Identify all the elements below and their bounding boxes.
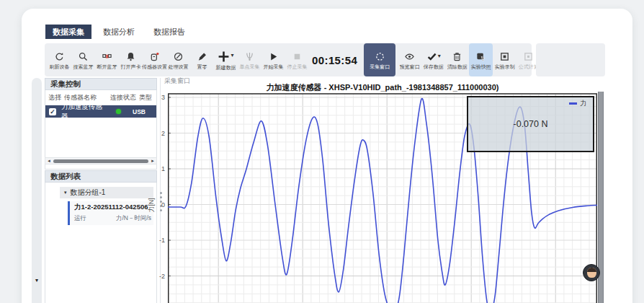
data-run-title: 力1-2-20251112-042506 <box>74 203 151 212</box>
y-tick-1: 1 <box>153 165 165 172</box>
button-label: 单点采集 <box>240 64 260 69</box>
plus-icon <box>218 50 230 63</box>
tree-expand-icon[interactable]: ▾ <box>64 190 67 196</box>
data-list-panel: ▾ 数据分组-1 力1-2-20251112-042506 运行 力/N－时间/… <box>45 183 157 303</box>
button-label: 预览窗口 <box>400 64 420 69</box>
main-tabbar: 数据采集 数据分析 数据报告 <box>45 25 192 39</box>
single-point-button[interactable]: 单点采集 <box>238 45 261 75</box>
caret-down-icon[interactable]: ▾ <box>231 53 233 58</box>
tab-data-collect[interactable]: 数据采集 <box>45 25 91 39</box>
play-icon <box>268 51 279 62</box>
button-label: 搜索蓝牙 <box>73 64 94 69</box>
button-label: 打开声卡 <box>121 64 141 69</box>
col-sensor-name: 传感器名称 <box>64 93 110 102</box>
data-group-row[interactable]: ▾ 数据分组-1 <box>60 187 153 198</box>
toolbar-extension-strip <box>536 43 605 76</box>
stop-icon <box>292 51 303 62</box>
application-window: 数据采集 数据分析 数据报告 刷新设备 搜索蓝牙 断开蓝牙 打开声卡 传感器设置… <box>22 9 632 303</box>
dashed-circle-icon <box>375 51 385 62</box>
avatar-face-icon <box>587 268 596 278</box>
app-root: 数据采集 数据分析 数据报告 刷新设备 搜索蓝牙 断开蓝牙 打开声卡 传感器设置… <box>0 0 644 303</box>
panel-divider <box>160 78 161 303</box>
probe-icon <box>244 51 255 62</box>
sensor-name: 力加速度传感器 <box>61 102 106 121</box>
start-collect-button[interactable]: 开始采集 <box>261 45 285 75</box>
tab-data-report[interactable]: 数据报告 <box>146 25 192 39</box>
open-soundcard-button[interactable]: 打开声卡 <box>119 45 143 75</box>
search-icon <box>78 51 89 62</box>
chart-legend: 力 <box>569 99 586 108</box>
bell-icon <box>125 51 136 62</box>
button-label: 传感器设置 <box>142 64 167 69</box>
button-label: 实验录制 <box>495 64 515 69</box>
tab-data-analysis[interactable]: 数据分析 <box>96 25 142 39</box>
preview-window-button[interactable]: 预览窗口 <box>398 45 421 75</box>
stop-collect-button[interactable]: 停止采集 <box>285 45 309 75</box>
col-select: 选择 <box>48 93 64 102</box>
caret-down-icon[interactable]: ▾ <box>438 53 441 59</box>
eye-icon <box>404 51 415 62</box>
trash-icon <box>452 51 462 62</box>
button-label: 处理设置 <box>169 64 189 69</box>
snapshot-button[interactable]: 实验快照 <box>469 43 493 76</box>
record-button[interactable]: 实验录制 <box>493 45 516 75</box>
sensor-table-row[interactable]: ✓ 力加速度传感器 USB <box>45 105 156 118</box>
collapse-arrow-icon[interactable]: ▾ <box>35 277 38 284</box>
legend-series-name: 力 <box>580 99 586 108</box>
search-bluetooth-button[interactable]: 搜索蓝牙 <box>71 45 95 75</box>
record-icon <box>499 51 510 62</box>
button-label: 置零 <box>197 64 207 69</box>
button-label: 断开蓝牙 <box>97 64 117 69</box>
save-data-button[interactable]: ▾ 保存数据 <box>421 45 445 75</box>
button-label: 停止采集 <box>287 64 308 69</box>
refresh-icon <box>54 51 65 62</box>
scrollbar-thumb[interactable] <box>53 159 148 163</box>
button-label: 刷新设备 <box>50 64 70 69</box>
button-label: 清除数据 <box>447 64 468 69</box>
disconnect-bluetooth-button[interactable]: 断开蓝牙 <box>95 45 119 75</box>
zero-button[interactable]: 置零 <box>190 45 214 75</box>
y-tick-n1: -1 <box>153 237 165 244</box>
new-data-button[interactable]: ▾ 新建数据 <box>214 45 238 75</box>
collect-window-button[interactable]: 采集窗口 <box>364 43 395 76</box>
pen-icon <box>197 51 207 62</box>
sensor-type: USB <box>133 108 146 115</box>
legend-line-swatch <box>569 102 577 105</box>
main-toolbar: 刷新设备 搜索蓝牙 断开蓝牙 打开声卡 传感器设置 处理设置 置零 <box>45 43 532 76</box>
assistant-avatar-button[interactable] <box>583 264 600 281</box>
y-tick-2: 2 <box>153 130 165 137</box>
status-dot <box>116 109 121 114</box>
sensor-icon <box>149 51 160 62</box>
button-label: 实验快照 <box>471 64 491 69</box>
scroll-right-icon[interactable]: ▸ <box>149 158 156 164</box>
measurement-value: -0.070 N <box>514 119 548 129</box>
button-label: 保存数据 <box>424 64 444 69</box>
data-run-status: 运行 <box>74 214 86 223</box>
data-group-label: 数据分组-1 <box>71 188 106 198</box>
col-status: 连接状态 <box>110 93 139 102</box>
y-tick-n2: -2 <box>153 273 165 280</box>
button-label: 采集窗口 <box>370 64 390 69</box>
data-run-item[interactable]: 力1-2-20251112-042506 运行 力/N－时间/s <box>68 201 153 225</box>
refresh-devices-button[interactable]: 刷新设备 <box>48 45 71 75</box>
timer-display: 00:15:54 <box>312 54 357 66</box>
y-axis-label: 力[N] <box>147 198 156 213</box>
collect-control-header: 采集控制 <box>45 78 157 90</box>
y-tick-3: 3 <box>153 94 165 101</box>
scroll-left-icon[interactable]: ◂ <box>45 158 53 164</box>
clear-data-button[interactable]: 清除数据 <box>445 45 469 75</box>
dial-icon <box>173 51 184 62</box>
formula-icon <box>523 51 534 62</box>
checkbox-checked-icon[interactable]: ✓ <box>49 108 56 115</box>
data-run-axes: 力/N－时间/s <box>116 214 151 223</box>
bluetooth-disconnect-icon <box>102 51 112 62</box>
check-icon <box>426 51 437 62</box>
button-label: 新建数据 <box>216 65 236 70</box>
snapshot-icon <box>475 51 486 62</box>
process-settings-button[interactable]: 处理设置 <box>166 45 190 75</box>
sensor-settings-button[interactable]: 传感器设置 <box>143 45 166 75</box>
data-list-header: 数据列表 <box>45 170 157 183</box>
button-label: 开始采集 <box>264 64 284 69</box>
panel-collapse-strip[interactable]: ▾ <box>32 78 42 303</box>
horizontal-scrollbar[interactable]: ◂ ▸ <box>45 157 157 164</box>
